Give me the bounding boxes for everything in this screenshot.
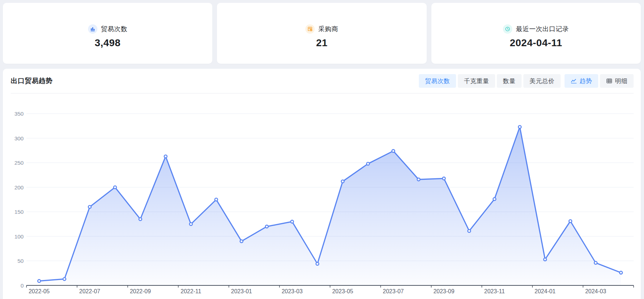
svg-text:2023-05: 2023-05 [332,288,353,294]
stat-card-value: 2024-04-11 [510,37,562,49]
svg-text:300: 300 [14,135,24,141]
clock-icon [503,24,512,34]
svg-text:2023-01: 2023-01 [231,288,252,294]
page-title: 出口贸易趋势 [11,76,53,86]
tab-label: 贸易次数 [425,77,450,85]
svg-text:250: 250 [14,160,24,166]
stat-card-header: 贸易次数 [88,24,127,34]
svg-text:2023-09: 2023-09 [434,288,455,294]
tab-detail-view[interactable]: 明细 [600,74,634,88]
svg-text:2024-03: 2024-03 [585,288,606,294]
tab-label: 明细 [615,77,628,85]
svg-text:0: 0 [20,283,24,289]
tab-usd-total[interactable]: 美元总价 [523,74,561,88]
trend-chart-svg[interactable]: 0501001502002503003502022-052022-072022-… [3,93,641,299]
metric-tab-group: 贸易次数 千克重量 数量 美元总价 [419,74,561,88]
stat-card-buyers: 采购商 21 [217,3,426,64]
svg-text:2024-01: 2024-01 [534,288,556,294]
tab-label: 趋势 [580,77,592,85]
svg-text:2023-03: 2023-03 [282,288,303,294]
table-icon [606,78,612,84]
stat-card-label: 采购商 [318,25,338,33]
view-tab-group: 趋势 明细 [565,74,634,88]
tab-trade-count[interactable]: 贸易次数 [419,74,456,88]
stat-card-value: 3,498 [95,37,121,49]
svg-text:2022-07: 2022-07 [79,288,100,294]
stat-card-label: 贸易次数 [101,25,127,33]
stat-card-header: 采购商 [305,24,338,34]
stats-cards-row: 贸易次数 3,498 采购商 21 [3,3,641,64]
stat-card-header: 最近一次出口记录 [503,24,569,34]
stat-card-last-export: 最近一次出口记录 2024-04-11 [431,3,641,64]
line-chart-icon [571,78,577,84]
dashboard-page: { "stats_cards": [ { "label": "贸易次数", "v… [0,0,644,299]
tab-label: 美元总价 [529,77,555,85]
svg-text:2022-09: 2022-09 [130,288,151,294]
trend-panel: 出口贸易趋势 贸易次数 千克重量 数量 美元总价 [3,69,641,299]
svg-text:2023-11: 2023-11 [484,288,505,294]
buyer-icon [305,24,315,34]
tab-label: 数量 [503,77,515,85]
svg-text:50: 50 [18,258,24,264]
tab-kg-weight[interactable]: 千克重量 [458,74,495,88]
svg-text:350: 350 [14,111,24,117]
svg-text:2022-11: 2022-11 [181,288,202,294]
tab-quantity[interactable]: 数量 [497,74,522,88]
stat-card-trade-count: 贸易次数 3,498 [3,3,212,64]
trend-panel-header: 出口贸易趋势 贸易次数 千克重量 数量 美元总价 [11,69,634,93]
stat-card-value: 21 [316,37,328,49]
tab-label: 千克重量 [464,77,489,85]
tab-trend-view[interactable]: 趋势 [565,74,598,88]
svg-text:100: 100 [14,233,24,240]
svg-text:2022-05: 2022-05 [29,288,50,294]
tab-zone: 贸易次数 千克重量 数量 美元总价 [419,74,634,88]
svg-text:150: 150 [14,209,24,215]
stat-card-label: 最近一次出口记录 [516,25,569,33]
bar-chart-icon [88,24,97,34]
svg-text:2023-07: 2023-07 [383,288,404,294]
svg-text:200: 200 [14,184,24,191]
